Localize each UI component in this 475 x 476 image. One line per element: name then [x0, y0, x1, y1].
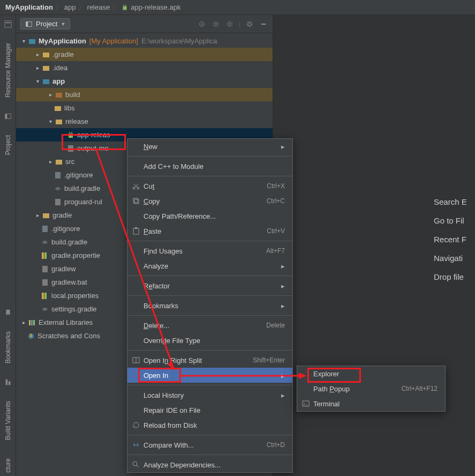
menu-analyze[interactable]: Analyze▸	[127, 258, 292, 273]
svg-rect-13	[43, 53, 49, 57]
breadcrumbs: MyApplication 〉 app 〉 release 〉 app-rele…	[0, 0, 475, 15]
split-icon	[132, 356, 140, 365]
svg-rect-5	[8, 381, 10, 385]
script-icon	[41, 265, 49, 273]
svg-rect-30	[42, 266, 48, 272]
copy-icon	[132, 197, 140, 205]
text-file-icon	[54, 198, 62, 206]
menu-delete[interactable]: Delete...Delete	[127, 318, 292, 333]
submenu-terminal[interactable]: Terminal	[297, 396, 445, 411]
svg-point-9	[201, 23, 202, 25]
apk-icon	[66, 131, 75, 139]
properties-icon	[41, 251, 49, 260]
folder-icon	[55, 158, 63, 166]
compare-icon	[132, 441, 140, 449]
folder-icon	[42, 64, 50, 72]
gear-icon[interactable]	[245, 19, 254, 29]
bookmark-icon	[4, 309, 12, 316]
quick-search: Search E	[434, 197, 475, 206]
scratches-icon	[27, 332, 35, 340]
tool-resource-manager[interactable]: Resource Manager	[4, 40, 12, 101]
svg-rect-4	[5, 380, 7, 385]
menu-find-usages[interactable]: Find UsagesAlt+F7	[127, 243, 292, 258]
svg-rect-34	[29, 320, 31, 325]
tool-build-variants[interactable]: Build Variants	[4, 398, 12, 443]
menu-repair-ide[interactable]: Repair IDE on File	[127, 403, 292, 418]
json-file-icon	[66, 144, 75, 153]
analyze-deps-icon	[132, 460, 140, 469]
svg-rect-26	[43, 213, 49, 218]
project-view-selector[interactable]: Project ▼	[20, 18, 70, 29]
svg-point-10	[248, 22, 251, 25]
tree-node-build[interactable]: ▸ build	[16, 88, 273, 101]
svg-rect-16	[56, 93, 62, 98]
menu-analyze-deps[interactable]: Analyze Dependencies...	[127, 457, 292, 472]
collapse-all-icon[interactable]	[225, 19, 235, 29]
svg-rect-1	[5, 23, 10, 24]
menu-cut[interactable]: CutCtrl+X	[127, 178, 292, 194]
svg-rect-14	[43, 66, 49, 71]
chevron-right-icon: 〉	[55, 3, 62, 12]
tree-node-idea[interactable]: ▸ .idea	[16, 61, 273, 75]
crumb-release[interactable]: release	[87, 3, 110, 11]
menu-compare[interactable]: Compare With...Ctrl+D	[127, 437, 292, 452]
menu-new[interactable]: New▸	[127, 139, 292, 154]
svg-point-47	[133, 462, 137, 466]
tree-node-gradle-dir[interactable]: ▸ .gradle	[16, 48, 273, 61]
menu-open-in[interactable]: Open In▸	[127, 368, 292, 383]
svg-rect-12	[29, 39, 35, 44]
gradle-icon	[41, 305, 49, 314]
svg-rect-35	[31, 320, 33, 325]
quick-recent: Recent F	[434, 235, 475, 244]
submenu-open-in: Explorer Path PopupCtrl+Alt+F12 Terminal	[297, 366, 446, 412]
crumb-file[interactable]: app-release.apk	[131, 3, 180, 11]
tool-project[interactable]: Project	[4, 132, 12, 158]
svg-rect-31	[42, 279, 48, 286]
menu-copypath[interactable]: Copy Path/Reference...	[127, 209, 292, 224]
svg-rect-19	[69, 133, 73, 138]
menu-override-filetype[interactable]: Override File Type	[127, 333, 292, 348]
tree-node-app[interactable]: ▾ app	[16, 75, 273, 88]
terminal-icon	[301, 399, 310, 408]
submenu-path-popup[interactable]: Path PopupCtrl+Alt+F12	[297, 381, 445, 396]
menu-add-cpp[interactable]: Add C++ to Module	[127, 159, 292, 174]
paste-icon	[132, 227, 140, 235]
expand-all-icon[interactable]	[211, 19, 221, 29]
svg-rect-7	[26, 21, 28, 26]
folder-icon	[55, 117, 63, 126]
gradle-icon	[54, 184, 62, 193]
svg-rect-42	[134, 199, 139, 204]
tool-bookmarks[interactable]: Bookmarks	[4, 328, 12, 367]
svg-rect-24	[55, 172, 61, 178]
menu-bookmarks[interactable]: Bookmarks▸	[127, 298, 292, 313]
menu-local-history[interactable]: Local History▸	[127, 388, 292, 403]
chevron-right-icon: 〉	[78, 3, 85, 12]
menu-reload-disk[interactable]: Reload from Disk	[127, 418, 292, 433]
svg-rect-33	[44, 293, 47, 299]
svg-rect-25	[55, 199, 61, 205]
tree-root[interactable]: ▾ MyApplication [My Application] E:\work…	[16, 34, 273, 48]
tool-structure[interactable]: cture	[4, 455, 12, 476]
build-variants-icon	[4, 378, 12, 386]
quick-goto: Go to Fil	[434, 216, 475, 225]
svg-rect-0	[4, 21, 11, 27]
tree-node-libs[interactable]: libs	[16, 101, 273, 115]
reload-icon	[132, 421, 140, 429]
menu-open-split[interactable]: Open In Right SplitShift+Enter	[127, 353, 292, 368]
svg-rect-17	[55, 106, 61, 111]
menu-paste[interactable]: PasteCtrl+V	[127, 224, 292, 239]
locate-icon[interactable]	[197, 19, 207, 29]
folder-icon	[55, 91, 63, 99]
svg-rect-32	[42, 293, 44, 299]
svg-rect-18	[56, 120, 62, 124]
menu-copy[interactable]: CopyCtrl+C	[127, 194, 292, 209]
minimize-icon[interactable]	[259, 19, 268, 29]
crumb-root[interactable]: MyApplication	[5, 3, 53, 11]
module-folder-icon	[42, 77, 50, 86]
tree-node-release[interactable]: ▾ release	[16, 115, 273, 128]
crumb-app[interactable]: app	[64, 3, 76, 11]
gradle-icon	[41, 238, 49, 247]
module-icon	[28, 37, 36, 46]
submenu-explorer[interactable]: Explorer	[297, 366, 445, 381]
menu-refactor[interactable]: Refactor▸	[127, 278, 292, 293]
